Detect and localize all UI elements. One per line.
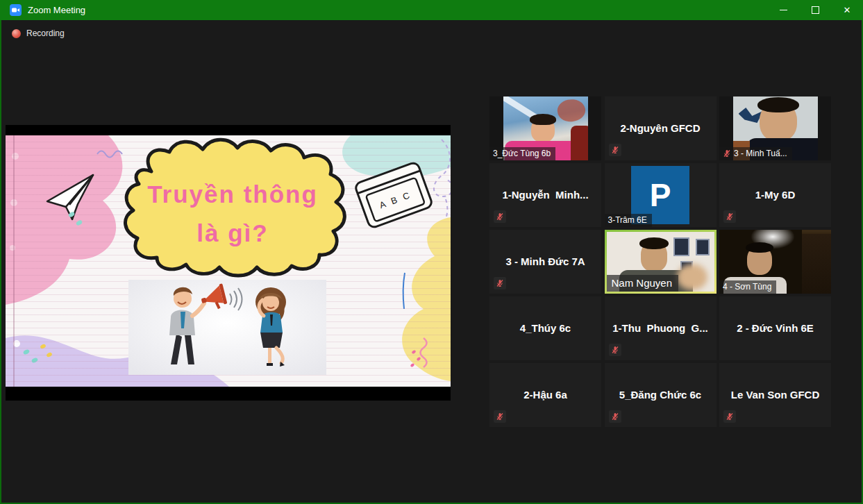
recording-label: Recording xyxy=(26,28,65,38)
participant-name: 1-My 6D xyxy=(719,163,831,227)
participant-grid: 3_Đức Tùng 6b2-Nguyên GFCD3 - Minh Tuấ..… xyxy=(489,96,831,427)
slide-heading-line1: Truyền thông xyxy=(147,180,318,208)
abc-sign-doodle: A B C xyxy=(354,162,433,229)
participant-tile[interactable]: 2-Nguyên GFCD xyxy=(605,96,717,160)
shared-screen-view: Truyền thông là gì? A B C xyxy=(6,125,451,401)
communication-illustration xyxy=(128,280,326,375)
participant-name: 3 - Minh Tuấ... xyxy=(734,149,787,158)
mic-muted-icon xyxy=(494,210,506,223)
mic-muted-icon xyxy=(609,144,621,156)
participant-name: 3_Đức Tùng 6b xyxy=(493,149,551,158)
participant-nametag: 3_Đức Tùng 6b xyxy=(489,147,555,160)
participant-tile[interactable]: 2 - Đức Vinh 6E xyxy=(719,296,831,360)
slide-heading-line2: là gì? xyxy=(196,219,268,246)
participant-name: 5_Đăng Chức 6c xyxy=(605,363,717,427)
minimize-button[interactable] xyxy=(767,0,799,20)
participant-tile[interactable]: 1-My 6D xyxy=(719,163,831,227)
mic-muted-icon xyxy=(609,344,621,356)
mic-muted-icon xyxy=(609,410,621,423)
title-bubble xyxy=(126,140,345,276)
mic-muted-icon xyxy=(494,277,506,289)
record-dot-icon xyxy=(12,29,21,38)
participant-name: 2-Hậu 6a xyxy=(489,363,601,427)
participant-tile[interactable]: 5_Đăng Chức 6c xyxy=(605,363,717,427)
participant-tile[interactable]: 3 - Minh Đức 7A xyxy=(489,230,601,294)
participant-name: 1-Thu Phuong G... xyxy=(605,296,717,360)
recording-indicator: Recording xyxy=(12,28,65,38)
share-border-left xyxy=(0,20,1,504)
avatar-letter: P xyxy=(650,176,671,214)
participant-name: 2-Nguyên GFCD xyxy=(605,96,717,160)
participant-tile[interactable]: 1-Nguyễn Minh... xyxy=(489,163,601,227)
participant-tile[interactable]: 1-Thu Phuong G... xyxy=(605,296,717,360)
mic-muted-icon xyxy=(494,410,506,423)
mic-muted-icon xyxy=(723,410,736,423)
participant-tile[interactable]: 4 - Sơn Tùng xyxy=(719,230,831,294)
participant-tile[interactable]: Le Van Son GFCD xyxy=(719,363,831,427)
mic-muted-icon xyxy=(723,149,731,158)
participant-name: 1-Nguyễn Minh... xyxy=(489,163,601,227)
participant-tile[interactable]: 3 - Minh Tuấ... xyxy=(719,96,831,160)
participant-nametag: 3 - Minh Tuấ... xyxy=(719,147,792,160)
title-bar: Zoom Meeting ✕ xyxy=(0,0,863,20)
participant-name: 2 - Đức Vinh 6E xyxy=(719,296,831,360)
participant-tile[interactable]: 2-Hậu 6a xyxy=(489,363,601,427)
participant-nametag: 4 - Sơn Tùng xyxy=(719,280,776,294)
slide-content: Truyền thông là gì? A B C xyxy=(6,135,451,387)
participant-tile[interactable]: Nam Nguyen xyxy=(605,230,717,294)
zoom-camera-icon xyxy=(10,4,22,16)
participant-nametag: 3-Trâm 6E xyxy=(605,214,652,227)
participant-tile[interactable]: 4_Thúy 6c xyxy=(489,296,601,360)
participant-tile[interactable]: 3_Đức Tùng 6b xyxy=(489,96,601,160)
slide-foreground-art: Truyền thông là gì? A B C xyxy=(6,135,451,387)
participant-name: Le Van Son GFCD xyxy=(719,363,831,427)
maximize-icon xyxy=(812,6,819,14)
participant-name: 4 - Sơn Tùng xyxy=(723,282,771,292)
mic-muted-icon xyxy=(723,210,736,223)
window-title: Zoom Meeting xyxy=(28,5,767,15)
participant-tile[interactable]: P3-Trâm 6E xyxy=(605,163,717,227)
participant-name: 4_Thúy 6c xyxy=(489,296,601,360)
pink-squiggle xyxy=(421,338,427,367)
participant-nametag: Nam Nguyen xyxy=(607,275,679,292)
participant-name: 3-Trâm 6E xyxy=(608,215,647,225)
participant-name: 3 - Minh Đức 7A xyxy=(489,230,601,294)
paper-plane-doodle xyxy=(47,175,93,219)
minimize-icon xyxy=(780,10,787,10)
close-button[interactable]: ✕ xyxy=(831,0,863,20)
maximize-button[interactable] xyxy=(799,0,831,20)
participant-name: Nam Nguyen xyxy=(612,277,673,289)
